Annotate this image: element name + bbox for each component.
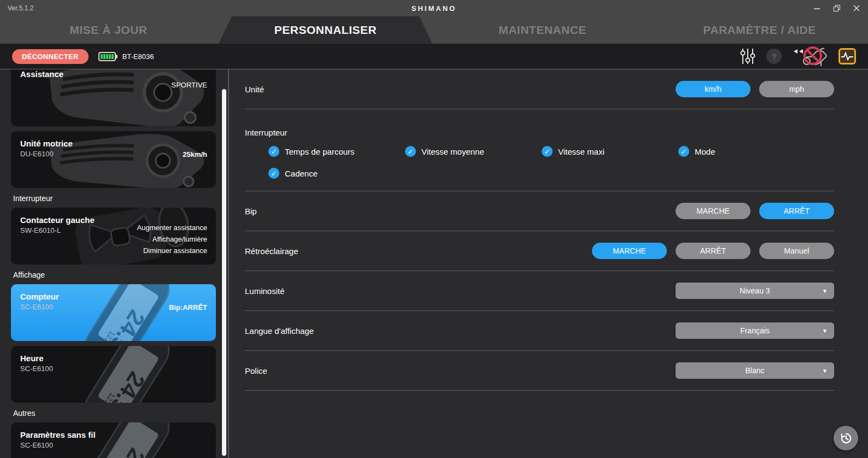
card-model: SC-E6100 [20,441,96,449]
checkbox-vitesse-moyenne[interactable]: ✓ Vitesse moyenne [405,146,542,157]
restore-button[interactable] [831,2,843,14]
police-dropdown[interactable]: Blanc ▼ [676,362,834,379]
sliders-icon[interactable] [740,48,755,65]
sidebar-section-autres: Autres [13,409,228,418]
sidebar-card-heure[interactable]: 24.5 1235.4 Heure SC-E6100 [11,346,216,403]
card-assignment: Affichage/lumière [137,233,207,245]
sidebar-scrollbar[interactable] [222,89,226,456]
card-title: Compteur [20,292,59,302]
sidebar-card-compteur[interactable]: 24.5 1235.4 Compteur SC-E6100 Bip:ARRÊT [11,284,216,341]
setting-row-police: Police Blanc ▼ [245,351,834,391]
battery-icon [98,52,116,61]
retroeclairage-manuel-button[interactable]: Manuel [759,243,834,259]
window-controls [811,0,863,16]
sidebar-section-interrupteur: Interrupteur [13,194,228,203]
checkbox-checked-icon: ✓ [678,146,689,157]
minimize-button[interactable] [811,2,823,14]
reset-history-button[interactable] [834,426,858,450]
bip-arret-button[interactable]: ARRÊT [759,203,834,219]
content-area: Assistance SPORTIVE Unité motrice DU-E61… [0,69,868,458]
chevron-down-icon: ▼ [822,368,828,374]
retroeclairage-marche-button[interactable]: MARCHE [592,243,667,259]
card-value: 25km/h [183,150,207,158]
no-ride-icon[interactable] [793,45,828,68]
card-model: SW-E6010-L [20,226,95,234]
card-assignment: Augmenter assistance [137,222,207,233]
luminosite-dropdown[interactable]: Niveau 3 ▼ [676,283,834,299]
settings-panel: Unité km/h mph Interrupteur ✓ Temps de p… [229,69,868,458]
bip-marche-button[interactable]: MARCHE [676,203,750,219]
toolbar-icons: ? [740,45,856,68]
card-title: Contacteur gauche [20,215,95,225]
checkbox-checked-icon: ✓ [268,168,279,179]
setting-row-bip: Bip MARCHE ARRÊT [245,191,834,231]
version-label: Ver.5.1.2 [8,4,33,12]
langue-dropdown[interactable]: Français ▼ [676,322,834,339]
retroeclairage-arret-button[interactable]: ARRÊT [676,243,750,259]
device-sidebar: Assistance SPORTIVE Unité motrice DU-E61… [0,69,229,458]
sidebar-card-parametres-sans-fil[interactable]: 24.5 1235.4 Paramètres sans fil SC-E6100 [11,422,216,458]
tab-parametre-aide[interactable]: PARAMÈTRE / AIDE [651,16,868,44]
device-name: BT-E8036 [122,52,154,61]
card-model: DU-E6100 [20,150,73,158]
card-model: SC-E6100 [20,365,53,373]
card-title: Heure [20,354,53,363]
card-model: SC-E6100 [20,303,59,311]
unite-mph-button[interactable]: mph [759,81,834,97]
connection-toolbar: DÉCONNECTER BT-E8036 ? [0,44,868,69]
unite-kmh-button[interactable]: km/h [676,81,750,97]
sidebar-card-contacteur-gauche[interactable]: Contacteur gauche SW-E6010-L Augmenter a… [11,208,216,265]
setting-row-interrupteur: Interrupteur ✓ Temps de parcours ✓ Vites… [245,109,834,191]
tab-bar: MISE À JOUR PERSONNALISER MAINTENANCE PA… [0,16,868,44]
card-title: Paramètres sans fil [20,430,96,440]
setting-row-luminosite: Luminosité Niveau 3 ▼ [245,271,834,311]
checkbox-temps-de-parcours[interactable]: ✓ Temps de parcours [268,146,405,157]
card-value: SPORTIVE [171,81,207,89]
setting-label: Interrupteur [245,128,834,137]
setting-label: Langue d'affichage [245,326,676,336]
checkbox-cadence[interactable]: ✓ Cadence [268,168,405,179]
checkbox-checked-icon: ✓ [405,146,416,157]
titlebar: Ver.5.1.2 SHIMANO [0,0,868,16]
shimano-logo: SHIMANO [412,4,456,13]
disconnect-button[interactable]: DÉCONNECTER [12,49,89,64]
setting-label: Luminosité [245,286,676,296]
tab-maintenance[interactable]: MAINTENANCE [434,16,651,44]
card-assignment: Diminuer assistance [137,245,207,256]
app-window: Ver.5.1.2 SHIMANO MISE À JOUR PERSONNALI… [0,0,868,458]
close-button[interactable] [851,2,863,14]
checkbox-mode[interactable]: ✓ Mode [678,146,815,157]
card-title: Assistance [20,69,63,79]
sidebar-section-affichage: Affichage [13,271,228,279]
sidebar-card-assistance[interactable]: Assistance SPORTIVE [11,69,216,126]
tab-mise-a-jour[interactable]: MISE À JOUR [0,16,217,44]
diagnostics-icon[interactable] [838,48,856,64]
sidebar-card-unite-motrice[interactable]: Unité motrice DU-E6100 25km/h [11,131,216,188]
tab-personnaliser[interactable]: PERSONNALISER [217,16,434,44]
checkbox-checked-icon: ✓ [542,146,553,157]
setting-label: Rétroéclairage [245,246,592,256]
reset-history-icon [839,431,853,445]
card-value: Bip:ARRÊT [169,303,207,312]
help-icon[interactable]: ? [766,49,782,64]
setting-row-langue: Langue d'affichage Français ▼ [245,311,834,351]
setting-label: Bip [245,207,676,216]
setting-label: Police [245,366,676,375]
checkbox-checked-icon: ✓ [268,146,279,157]
chevron-down-icon: ▼ [822,328,828,334]
card-title: Unité motrice [20,139,73,149]
setting-row-unite: Unité km/h mph [245,69,834,109]
setting-row-retroeclairage: Rétroéclairage MARCHE ARRÊT Manuel [245,231,834,271]
checkbox-vitesse-maxi[interactable]: ✓ Vitesse maxi [542,146,678,157]
chevron-down-icon: ▼ [822,288,828,294]
setting-label: Unité [245,85,676,94]
